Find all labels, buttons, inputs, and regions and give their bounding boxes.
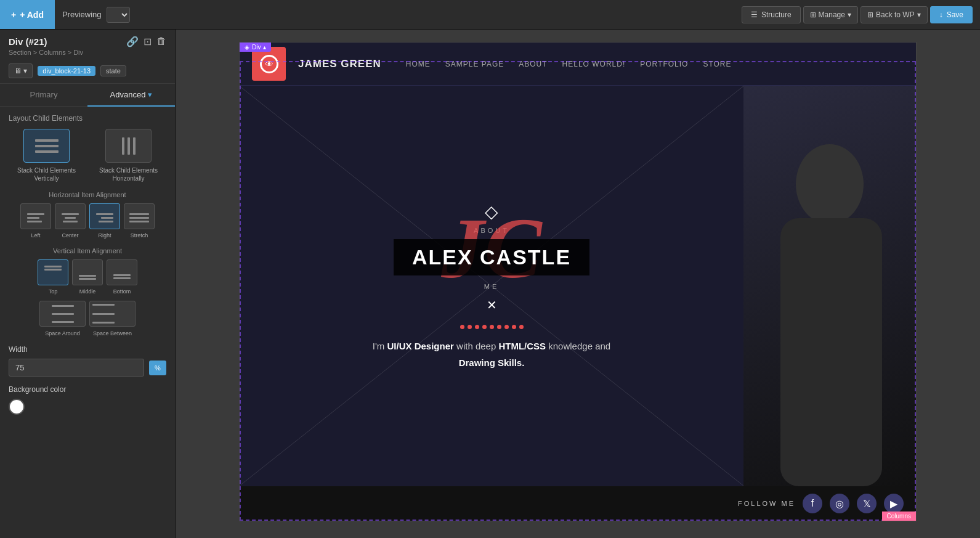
nav-portfolio[interactable]: PORTFOLIO	[640, 60, 688, 68]
device-button[interactable]: 🖥 ▾	[9, 63, 33, 78]
bg-color-section: Background color	[9, 385, 166, 415]
topbar-right: ☰ Structure ⊞ Manage ▾ ⊞ Back to WP ▾ ↓ …	[734, 6, 980, 23]
stack-vertical-option[interactable]: Stack Child Elements Vertically	[9, 129, 84, 182]
follow-text: FOLLOW ME	[738, 500, 795, 507]
nav-about[interactable]: ABOUT	[519, 60, 547, 68]
left-panel: Div (#21) 🔗 ⊡ 🗑 Section > Columns > Div …	[0, 30, 176, 538]
site-logo: 👁	[252, 47, 286, 81]
bg-color-row	[9, 399, 166, 415]
hero-desc: I'm UI/UX Designer with deep HTML/CSS kn…	[362, 338, 621, 371]
color-swatch[interactable]	[9, 399, 25, 415]
add-label: + Add	[20, 10, 44, 20]
align-right-button[interactable]	[89, 203, 120, 229]
chevron-down-icon-2: ▾	[917, 10, 921, 19]
twitter-icon[interactable]: 𝕏	[857, 494, 877, 513]
tab-row: Primary Advanced ▾	[0, 84, 175, 107]
layout-grid: Stack Child Elements Vertically Stack Ch…	[9, 129, 166, 182]
person-image	[743, 86, 916, 486]
stack-horizontal-option[interactable]: Stack Child Elements Horizontally	[91, 129, 166, 182]
vertical-lines-icon	[122, 137, 136, 155]
valign-top-button[interactable]	[38, 259, 68, 285]
topbar: + + Add Previewing ☰ Structure ⊞ Manage …	[0, 0, 980, 30]
save-button[interactable]: ↓ Save	[930, 6, 973, 23]
vertical-align-row: Top Middle	[9, 259, 166, 295]
tab-advanced[interactable]: Advanced ▾	[87, 84, 175, 107]
horizontal-align-label: Horizontal Item Alignment	[9, 191, 166, 198]
valign-bottom-button[interactable]	[107, 259, 137, 285]
chevron-down-icon: ▾	[848, 10, 851, 19]
valign-middle-wrap: Middle	[72, 259, 103, 295]
hero-name-block: JC ALEX CASTLE	[394, 239, 589, 275]
align-center-wrap: Center	[55, 203, 86, 238]
instagram-icon[interactable]: ◎	[830, 494, 849, 513]
valign-middle-icon	[76, 272, 99, 282]
state-badge[interactable]: state	[100, 65, 126, 76]
stack-vertical-label: Stack Child Elements Vertically	[9, 166, 84, 182]
about-text: ABOUT	[474, 227, 509, 234]
hero-name-box: ALEX CASTLE	[394, 239, 589, 275]
cross-icon: ✕	[487, 298, 497, 312]
link-icon[interactable]: 🔗	[126, 36, 139, 47]
horizontal-lines-icon	[35, 139, 59, 153]
valign-bottom-icon	[111, 272, 133, 282]
copy-icon[interactable]: ⊡	[144, 36, 152, 47]
space-between-button[interactable]	[89, 301, 136, 327]
align-stretch-button[interactable]	[124, 203, 155, 229]
valign-bottom-label: Bottom	[113, 288, 131, 295]
save-icon: ↓	[939, 10, 943, 19]
structure-button[interactable]: ☰ Structure	[742, 6, 801, 23]
divi-caret: ▴	[263, 44, 266, 51]
nav-home[interactable]: HOME	[406, 60, 431, 68]
facebook-icon[interactable]: f	[803, 494, 822, 513]
plus-icon: +	[11, 10, 16, 20]
nav-hello[interactable]: HELLO WORLD!	[562, 60, 626, 68]
divi-label: ◈ Div ▴	[240, 43, 271, 52]
space-around-button[interactable]	[39, 301, 86, 327]
align-left-label: Left	[31, 232, 40, 238]
horizontal-align-row: Left Center	[9, 203, 166, 238]
vertical-align-section: Vertical Item Alignment Top	[9, 247, 166, 336]
manage-dropdown[interactable]: ⊞ Manage ▾	[803, 6, 858, 23]
svg-rect-3	[780, 218, 882, 486]
valign-top-label: Top	[49, 288, 58, 295]
valign-middle-button[interactable]	[72, 259, 103, 285]
back-to-wp-dropdown[interactable]: ⊞ Back to WP ▾	[861, 6, 928, 23]
stack-horizontal-icon-box	[105, 129, 152, 163]
width-unit[interactable]: %	[149, 361, 166, 375]
space-between-icon	[90, 301, 135, 326]
align-center-button[interactable]	[55, 203, 86, 229]
tab-primary[interactable]: Primary	[0, 84, 87, 106]
device-row: 🖥 ▾ div_block-21-13 state	[0, 59, 175, 84]
hero-left: ◇ ABOUT JC ALEX CASTLE ME ✕	[240, 86, 743, 486]
align-left-wrap: Left	[20, 203, 51, 238]
divi-tag-text: Div	[252, 44, 261, 51]
align-left-button[interactable]	[20, 203, 51, 229]
structure-icon: ☰	[751, 10, 758, 19]
youtube-icon[interactable]: ▶	[884, 494, 904, 513]
add-button[interactable]: + + Add	[0, 0, 55, 29]
main-area: Div (#21) 🔗 ⊡ 🗑 Section > Columns > Div …	[0, 30, 980, 538]
logo-eye-icon: 👁	[265, 59, 273, 69]
preview-section: Previewing	[55, 7, 734, 23]
svg-point-2	[796, 144, 864, 224]
align-right-wrap: Right	[89, 203, 120, 238]
preview-select[interactable]	[107, 7, 130, 23]
stack-horizontal-label: Stack Child Elements Horizontally	[91, 166, 166, 182]
nav-store[interactable]: STORE	[703, 60, 731, 68]
panel-header: Div (#21) 🔗 ⊡ 🗑 Section > Columns > Div	[0, 30, 175, 59]
valign-bottom-wrap: Bottom	[107, 259, 137, 295]
space-around-icon	[49, 303, 76, 325]
delete-icon[interactable]: 🗑	[156, 36, 166, 47]
space-around-label: Space Around	[45, 330, 80, 336]
width-input[interactable]	[9, 359, 144, 377]
layout-section-label: Layout Child Elements	[9, 114, 166, 123]
diamond-icon: ◇	[485, 202, 498, 222]
canvas-area[interactable]: ◈ Div ▴ 👁 JAMES GREEN HOME SAMPLE PAGE A…	[176, 30, 980, 538]
nav-sample[interactable]: SAMPLE PAGE	[445, 60, 504, 68]
align-stretch-wrap: Stretch	[124, 203, 155, 238]
divi-tag-icon: ◈	[245, 44, 249, 51]
space-between-wrap: Space Between	[89, 301, 136, 336]
align-right-icon	[92, 210, 117, 226]
align-stretch-label: Stretch	[131, 232, 148, 238]
canvas-frame: ◈ Div ▴ 👁 JAMES GREEN HOME SAMPLE PAGE A…	[239, 42, 917, 521]
